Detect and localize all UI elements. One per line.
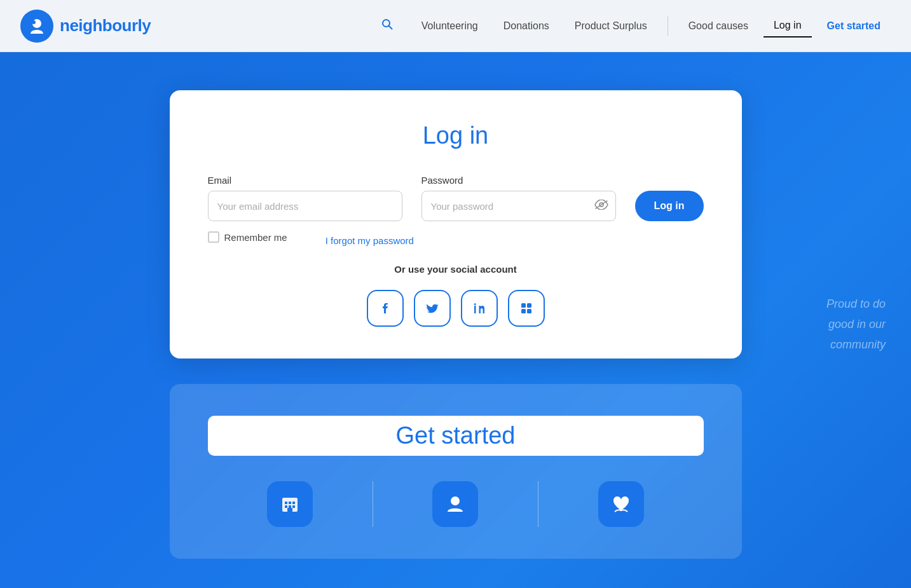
bg-quote: Proud to do good in our community [826,294,886,355]
password-input[interactable] [421,191,616,221]
svg-rect-14 [285,505,287,508]
get-started-icons-row [208,481,704,527]
password-group: Password [421,175,616,221]
svg-rect-15 [289,505,291,508]
svg-rect-7 [527,303,531,308]
svg-rect-8 [521,309,526,313]
svg-rect-6 [521,303,526,308]
nav-donations[interactable]: Donations [493,15,559,37]
nav-divider [668,17,668,36]
remember-me-checkbox[interactable] [208,231,219,243]
facebook-login-button[interactable] [367,290,404,327]
forgot-password-link[interactable]: I forgot my password [325,235,414,246]
nav-get-started[interactable]: Get started [817,15,891,37]
gs-item-business [208,481,373,527]
gs-item-charity [538,481,703,527]
gs-item-person [373,481,538,527]
svg-rect-11 [285,502,287,504]
form-fields-row: Email Password [208,175,704,221]
get-started-title: Get started [208,416,704,456]
remember-forgot-row: Remember me I forgot my password [208,231,704,246]
email-input-wrapper [208,191,402,221]
nav-volunteering[interactable]: Volunteering [411,15,488,37]
email-label: Email [208,175,402,186]
svg-point-18 [451,496,460,505]
svg-rect-17 [287,508,292,512]
get-started-card: Get started [170,384,742,559]
nav-good-causes[interactable]: Good causes [678,15,758,37]
remember-me-row: Remember me [208,231,287,243]
charity-icon [598,481,644,527]
login-button[interactable]: Log in [635,191,704,221]
nav-product-surplus[interactable]: Product Surplus [565,15,657,37]
neighbourly-login-button[interactable] [508,290,545,327]
logo-link[interactable]: neighbourly [20,10,151,43]
svg-rect-9 [527,309,531,313]
password-label: Password [421,175,616,186]
svg-rect-16 [292,505,295,508]
svg-rect-13 [292,502,295,504]
login-title: Log in [208,122,704,149]
remember-me-label: Remember me [224,232,287,243]
social-divider-text: Or use your social account [208,264,704,275]
linkedin-login-button[interactable] [461,290,498,327]
person-icon [432,481,478,527]
search-button[interactable] [376,13,399,39]
logo-icon [20,10,53,43]
login-card: Log in Email Password [170,90,742,359]
password-input-wrapper [421,191,616,221]
svg-line-3 [388,26,392,29]
toggle-password-icon[interactable] [594,200,608,213]
header: neighbourly Volunteering Donations Produ… [0,0,911,52]
nav-login[interactable]: Log in [764,15,812,38]
main-nav: Volunteering Donations Product Surplus G… [376,13,891,39]
svg-point-1 [32,20,36,24]
email-group: Email [208,175,402,221]
logo-text: neighbourly [60,16,151,36]
email-input[interactable] [208,191,402,221]
svg-rect-12 [289,502,291,504]
business-icon [267,481,313,527]
twitter-login-button[interactable] [414,290,451,327]
hero-section: Proud to do good in our community Log in… [0,52,911,588]
social-buttons-row [208,290,704,327]
